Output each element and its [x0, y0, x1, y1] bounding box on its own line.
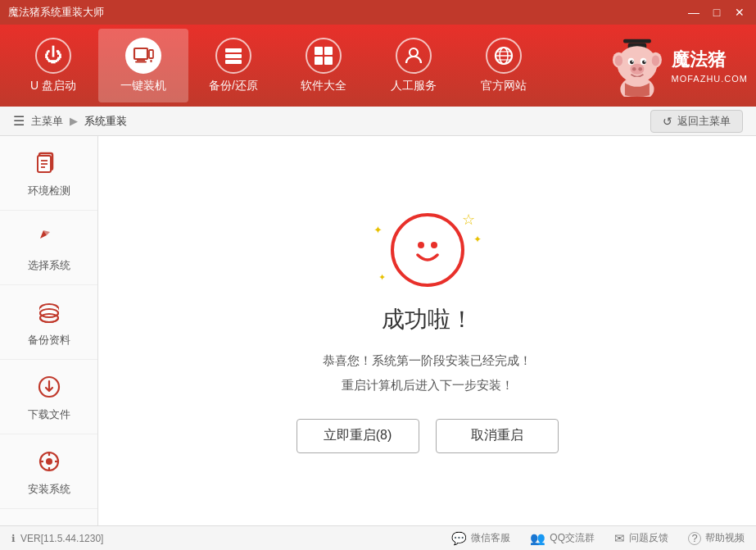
pig-logo: [608, 35, 665, 97]
close-button[interactable]: ✕: [731, 4, 748, 20]
nav-item-website[interactable]: 官方网站: [459, 29, 549, 102]
brand-cn-text: 魔法猪: [672, 48, 749, 72]
action-buttons: 立即重启(8) 取消重启: [297, 419, 559, 453]
backup-icon: [215, 38, 251, 74]
version-text: VER[11.5.44.1230]: [20, 533, 103, 544]
svg-point-29: [632, 60, 633, 61]
svg-point-54: [431, 242, 437, 248]
titlebar: 魔法猪系统重装大师 — □ ✕: [0, 0, 756, 25]
top-navigation: ⏻ U 盘启动 一键装机: [0, 25, 756, 107]
breadcrumb-bar: ☰ 主菜单 ▶ 系统重装 ↺ 返回主菜单: [0, 107, 756, 136]
main-area: 环境检测 选择系统 备份资料: [0, 136, 756, 525]
svg-rect-0: [134, 48, 147, 59]
nav-label-backup: 备份/还原: [209, 79, 258, 93]
usb-icon: ⏻: [35, 38, 71, 74]
star-3: ✦: [473, 234, 482, 245]
footer-qq[interactable]: 👥 QQ交流群: [530, 531, 595, 546]
svg-point-12: [410, 48, 418, 57]
app-title: 魔法猪系统重装大师: [8, 5, 104, 20]
svg-rect-7: [225, 60, 242, 64]
sidebar-item-install[interactable]: 安装系统: [0, 434, 97, 509]
footer-feedback[interactable]: ✉ 问题反馈: [614, 531, 668, 546]
sidebar-label-select-os: 选择系统: [28, 258, 70, 273]
svg-point-24: [651, 55, 659, 66]
help-icon: ?: [688, 532, 701, 545]
success-title: 成功啦！: [382, 304, 473, 335]
restart-button[interactable]: 立即重启(8): [297, 419, 419, 453]
footer-version: ℹ VER[11.5.44.1230]: [11, 533, 103, 544]
select-os-icon: [34, 222, 65, 253]
breadcrumb-home[interactable]: 主菜单: [31, 114, 63, 129]
sidebar-item-env-check[interactable]: 环境检测: [0, 136, 97, 211]
sidebar-item-download[interactable]: 下载文件: [0, 360, 97, 434]
svg-rect-9: [324, 47, 333, 55]
svg-rect-1: [137, 59, 145, 61]
nav-label-software: 软件大全: [301, 79, 346, 93]
sidebar-item-select-os[interactable]: 选择系统: [0, 211, 97, 285]
breadcrumb-current: 系统重装: [84, 114, 127, 129]
svg-rect-11: [324, 57, 333, 65]
menu-icon: ☰: [13, 113, 25, 129]
svg-rect-18: [623, 39, 651, 43]
star-4: ✦: [378, 272, 386, 283]
titlebar-title: 魔法猪系统重装大师: [8, 5, 104, 20]
feedback-label: 问题反馈: [629, 531, 668, 545]
success-msg-line1: 恭喜您！系统第一阶段安装已经完成！: [323, 353, 532, 367]
back-button-label: 返回主菜单: [677, 114, 731, 129]
info-icon: ℹ: [11, 533, 16, 544]
back-arrow-icon: ↺: [663, 115, 672, 128]
smiley-face: [391, 213, 464, 287]
sidebar-label-download: 下载文件: [28, 407, 70, 422]
maximize-button[interactable]: □: [708, 4, 725, 20]
download-icon: [34, 371, 65, 402]
nav-label-website: 官方网站: [481, 79, 527, 93]
feedback-icon: ✉: [614, 531, 625, 546]
success-msg-line2: 重启计算机后进入下一步安装！: [342, 378, 514, 392]
qq-label: QQ交流群: [550, 531, 595, 545]
svg-point-33: [638, 66, 642, 70]
svg-point-53: [418, 242, 424, 248]
nav-label-service: 人工服务: [391, 79, 437, 93]
success-illustration: ☆ ✦ ✦ ✦: [370, 209, 485, 291]
star-1: ☆: [462, 211, 475, 229]
star-2: ✦: [373, 224, 383, 236]
cancel-restart-button[interactable]: 取消重启: [436, 419, 559, 453]
svg-rect-2: [135, 61, 147, 63]
website-icon: [486, 38, 522, 74]
nav-item-service[interactable]: 人工服务: [369, 29, 459, 102]
qq-icon: 👥: [530, 531, 545, 546]
wechat-label: 微信客服: [471, 531, 510, 545]
footer-wechat[interactable]: 💬 微信客服: [451, 531, 510, 546]
footer-links: 💬 微信客服 👥 QQ交流群 ✉ 问题反馈 ? 帮助视频: [451, 531, 745, 546]
svg-rect-6: [225, 54, 242, 58]
minimize-button[interactable]: —: [686, 4, 702, 20]
footer-help[interactable]: ? 帮助视频: [688, 531, 745, 545]
wechat-icon: 💬: [451, 531, 467, 546]
titlebar-controls: — □ ✕: [686, 4, 748, 20]
success-message: 恭喜您！系统第一阶段安装已经完成！ 重启计算机后进入下一步安装！: [323, 348, 532, 398]
svg-rect-8: [315, 47, 323, 55]
brand-area: 魔法猪 MOFAZHU.COM: [576, 25, 756, 107]
sidebar: 环境检测 选择系统 备份资料: [0, 136, 98, 525]
nav-item-backup[interactable]: 备份/还原: [188, 29, 278, 102]
brand-text: 魔法猪 MOFAZHU.COM: [672, 48, 749, 84]
svg-rect-3: [149, 50, 153, 58]
svg-point-27: [630, 60, 634, 64]
sidebar-item-backup[interactable]: 备份资料: [0, 285, 97, 360]
svg-rect-5: [225, 48, 242, 52]
nav-item-reinstall[interactable]: 一键装机: [98, 29, 188, 102]
install-icon: [34, 446, 65, 477]
svg-point-30: [644, 60, 645, 61]
content-panel: ☆ ✦ ✦ ✦ 成功啦！ 恭喜您！系统第一阶段安装已经完成！ 重启计算机后进入下…: [98, 136, 756, 525]
nav-item-usb[interactable]: ⏻ U 盘启动: [8, 29, 98, 102]
breadcrumb-left: ☰ 主菜单 ▶ 系统重装: [13, 113, 127, 129]
sidebar-label-backup: 备份资料: [28, 333, 70, 348]
nav-label-reinstall: 一键装机: [120, 79, 166, 93]
sidebar-label-env-check: 环境检测: [28, 184, 70, 198]
brand-inner: 魔法猪 MOFAZHU.COM: [608, 35, 749, 97]
back-button[interactable]: ↺ 返回主菜单: [650, 110, 743, 133]
nav-item-software[interactable]: 软件大全: [278, 29, 369, 102]
svg-point-32: [632, 66, 636, 70]
svg-rect-10: [315, 57, 323, 65]
reinstall-icon: [125, 38, 161, 74]
